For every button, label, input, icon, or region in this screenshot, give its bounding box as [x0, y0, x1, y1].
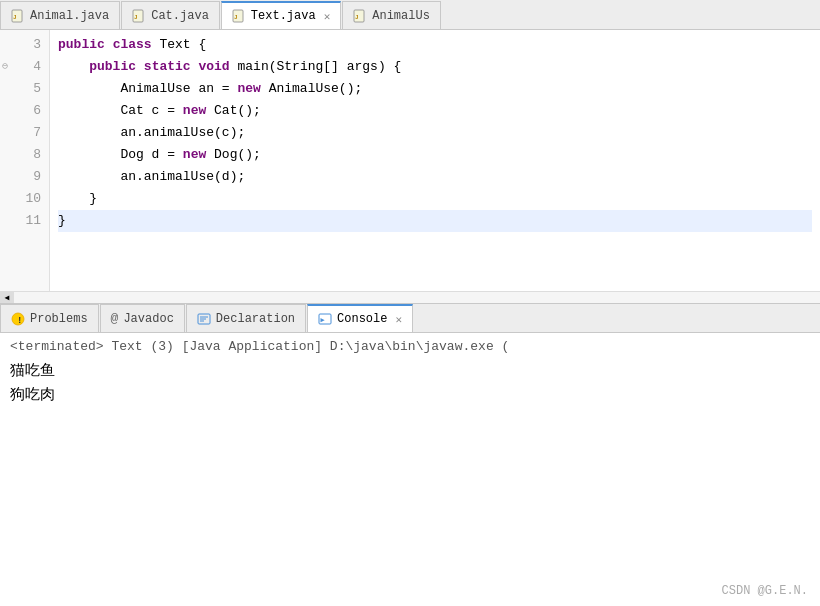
code-line-10: } — [58, 188, 812, 210]
tab-problems-label: Problems — [30, 312, 88, 326]
svg-text:J: J — [355, 14, 359, 21]
svg-text:!: ! — [17, 316, 22, 326]
tab-javadoc[interactable]: @ Javadoc — [100, 304, 185, 332]
java-file-icon-3: J — [232, 9, 246, 23]
code-line-3: public class Text { — [58, 34, 812, 56]
line-num-9: 9 — [0, 166, 49, 188]
bottom-tab-bar: ! Problems @ Javadoc Declaration ▶ Conso… — [0, 303, 820, 333]
collapse-icon-4[interactable]: ⊖ — [2, 56, 8, 78]
tab-animalus-label: AnimalUs — [372, 9, 430, 23]
java-file-icon-2: J — [132, 9, 146, 23]
tab-text-close[interactable]: ✕ — [324, 10, 331, 23]
tab-cat[interactable]: J Cat.java — [121, 1, 220, 29]
code-line-4: public static void main(String[] args) { — [58, 56, 812, 78]
line-num-3: 3 — [0, 34, 49, 56]
line-num-5: 5 — [0, 78, 49, 100]
tab-console-close[interactable]: ✕ — [395, 313, 402, 326]
scroll-track[interactable] — [14, 292, 820, 304]
code-editor: 3 ⊖ 4 5 6 7 8 9 10 11 public class Text … — [0, 30, 820, 291]
declaration-icon — [197, 312, 211, 326]
warning-icon: ! — [11, 312, 25, 326]
tab-javadoc-label: Javadoc — [123, 312, 173, 326]
svg-text:▶: ▶ — [321, 316, 326, 324]
tab-text-label: Text.java — [251, 9, 316, 23]
tab-animal[interactable]: J Animal.java — [0, 1, 120, 29]
line-num-4: ⊖ 4 — [0, 56, 49, 78]
console-watermark: CSDN @G.E.N. — [722, 584, 808, 598]
scroll-left-button[interactable]: ◀ — [0, 292, 14, 304]
console-terminated-line: <terminated> Text (3) [Java Application]… — [10, 339, 810, 354]
tab-cat-label: Cat.java — [151, 9, 209, 23]
tab-console[interactable]: ▶ Console ✕ — [307, 304, 413, 332]
java-file-icon: J — [11, 9, 25, 23]
line-num-6: 6 — [0, 100, 49, 122]
tab-problems[interactable]: ! Problems — [0, 304, 99, 332]
console-icon: ▶ — [318, 312, 332, 326]
line-num-8: 8 — [0, 144, 49, 166]
svg-text:J: J — [13, 14, 17, 21]
tab-declaration-label: Declaration — [216, 312, 295, 326]
java-file-icon-4: J — [353, 9, 367, 23]
line-num-11: 11 — [0, 210, 49, 232]
code-lines[interactable]: public class Text { public static void m… — [50, 30, 820, 291]
line-num-7: 7 — [0, 122, 49, 144]
svg-text:J: J — [134, 14, 138, 21]
line-numbers-gutter: 3 ⊖ 4 5 6 7 8 9 10 11 — [0, 30, 50, 291]
console-panel: <terminated> Text (3) [Java Application]… — [0, 333, 820, 606]
code-line-8: Dog d = new Dog(); — [58, 144, 812, 166]
at-icon: @ — [111, 311, 119, 326]
tab-declaration[interactable]: Declaration — [186, 304, 306, 332]
svg-text:J: J — [234, 14, 238, 21]
code-line-5: AnimalUse an = new AnimalUse(); — [58, 78, 812, 100]
tab-text[interactable]: J Text.java ✕ — [221, 1, 341, 29]
editor-tab-bar: J Animal.java J Cat.java J Text.java ✕ J… — [0, 0, 820, 30]
tab-animal-label: Animal.java — [30, 9, 109, 23]
tab-animalus[interactable]: J AnimalUs — [342, 1, 441, 29]
horizontal-scrollbar[interactable]: ◀ — [0, 291, 820, 303]
code-line-6: Cat c = new Cat(); — [58, 100, 812, 122]
tab-console-label: Console — [337, 312, 387, 326]
code-line-9: an.animalUse(d); — [58, 166, 812, 188]
console-output: 猫吃鱼 狗吃肉 — [10, 360, 810, 408]
line-num-10: 10 — [0, 188, 49, 210]
code-line-11: } — [58, 210, 812, 232]
code-line-7: an.animalUse(c); — [58, 122, 812, 144]
